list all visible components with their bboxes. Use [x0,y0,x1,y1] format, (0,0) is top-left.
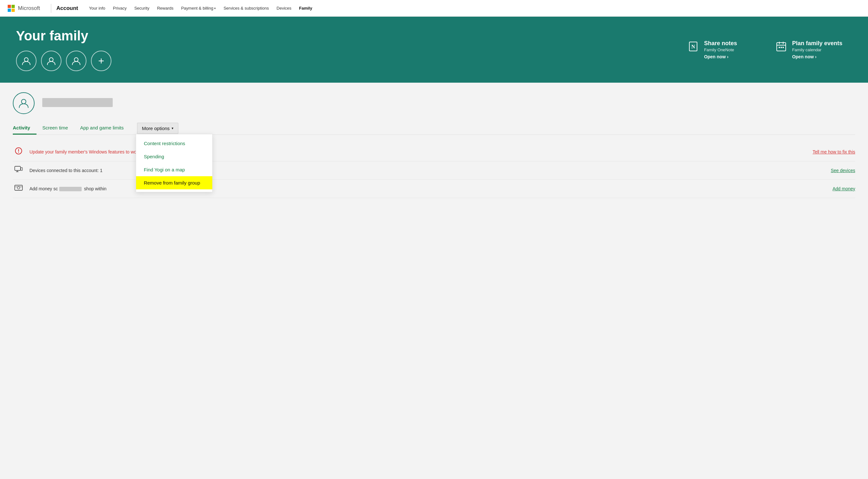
hero-title: Your family [16,28,662,43]
nav-security[interactable]: Security [131,4,152,12]
svg-point-1 [49,58,53,61]
family-member-avatar-3[interactable] [66,51,87,71]
onenote-icon: N [687,41,699,55]
hero-banner: Your family + [0,17,868,83]
add-family-member-button[interactable]: + [91,51,112,71]
svg-point-2 [74,58,78,61]
nav-payment-billing[interactable]: Payment & billing ▾ [178,4,219,12]
more-options-button[interactable]: More options ▾ [137,123,178,134]
plan-events-link[interactable]: Open now › [792,54,842,59]
logo-sq-red [8,5,11,8]
plan-events-title: Plan family events [792,40,842,47]
family-member-avatar-1[interactable] [16,51,36,71]
warning-icon [13,147,24,157]
family-member-avatar-2[interactable] [41,51,61,71]
hero-avatars: + [16,51,662,71]
nav-your-info[interactable]: Your info [86,4,108,12]
svg-rect-10 [781,47,782,48]
content-area: Activity Screen time App and game limits… [0,83,868,208]
share-notes-subtitle: Family OneNote [704,48,737,52]
svg-rect-20 [15,185,23,190]
more-options-wrapper: More options ▾ Content restrictions Spen… [136,123,178,134]
svg-rect-9 [779,47,780,48]
plan-events-subtitle: Family calendar [792,48,842,52]
dropdown-spending[interactable]: Spending [136,150,212,163]
tabs-area: Activity Screen time App and game limits… [13,122,855,135]
more-options-chevron-icon: ▾ [172,126,174,130]
hero-left: Your family + [16,28,662,71]
hero-share-notes: N Share notes Family OneNote Open now › [662,40,763,59]
logo-sq-blue [8,9,11,12]
more-options-dropdown: Content restrictions Spending Find Yogi … [136,134,213,192]
top-navigation: Microsoft Account Your info Privacy Secu… [0,0,868,17]
hero-plan-events: Plan family events Family calendar Open … [763,40,855,59]
money-icon [13,184,24,193]
account-label: Account [56,5,78,11]
dropdown-content-restrictions[interactable]: Content restrictions [136,137,212,150]
member-avatar-large[interactable] [13,92,35,114]
plan-events-feature: Plan family events Family calendar Open … [775,40,842,59]
microsoft-logo[interactable]: Microsoft [8,5,40,12]
info-action-fix[interactable]: Tell me how to fix this [813,149,855,154]
nav-divider [51,4,51,13]
member-name-bar [42,98,113,107]
payment-chevron-icon: ▾ [214,7,216,10]
member-section [13,92,855,114]
tabs-row: Activity Screen time App and game limits… [13,122,855,135]
svg-rect-11 [782,47,784,48]
svg-rect-17 [21,168,23,171]
logo-sq-yellow [11,9,15,12]
nav-links: Your info Privacy Security Rewards Payme… [86,4,315,12]
logo-sq-green [11,5,15,8]
info-action-devices[interactable]: See devices [831,168,855,173]
microsoft-label: Microsoft [18,5,40,11]
member-name-block [42,98,113,108]
svg-point-15 [18,152,19,152]
tab-app-game-limits[interactable]: App and game limits [80,122,130,134]
logo-squares [8,5,15,12]
svg-point-12 [22,99,26,104]
share-notes-feature: N Share notes Family OneNote Open now › [687,40,737,59]
nav-privacy[interactable]: Privacy [110,4,130,12]
nav-family[interactable]: Family [296,4,315,12]
share-notes-title: Share notes [704,40,737,47]
nav-rewards[interactable]: Rewards [154,4,177,12]
share-notes-link[interactable]: Open now › [704,54,737,59]
dropdown-find-on-map[interactable]: Find Yogi on a map [136,163,212,176]
devices-icon [13,166,24,175]
dropdown-remove-from-family[interactable]: Remove from family group [136,176,212,189]
nav-services-subscriptions[interactable]: Services & subscriptions [220,4,272,12]
svg-point-0 [24,58,28,61]
nav-devices[interactable]: Devices [273,4,294,12]
svg-text:N: N [691,44,695,49]
info-action-money[interactable]: Add money [833,186,855,191]
calendar-icon [775,41,787,55]
blurred-text [59,187,82,191]
svg-rect-16 [15,166,21,171]
tab-activity[interactable]: Activity [13,122,36,134]
tab-screen-time[interactable]: Screen time [42,122,74,134]
